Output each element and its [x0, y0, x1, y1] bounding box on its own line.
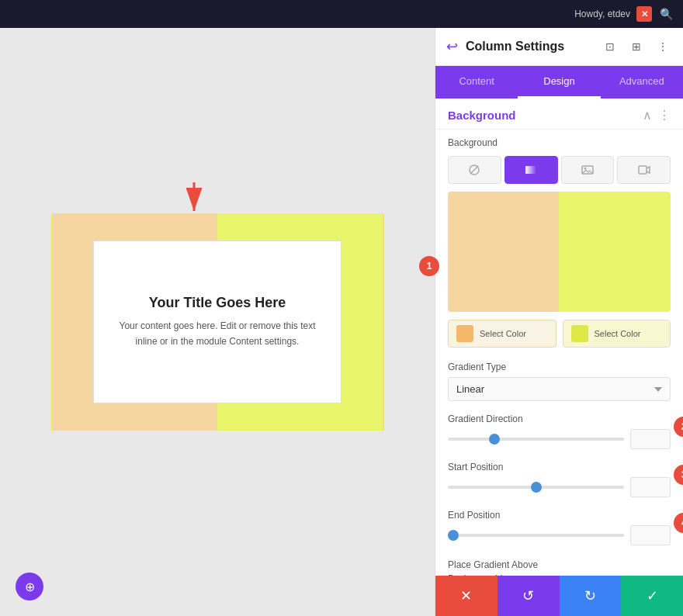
panel-body: Background ∧ ⋮ Background [435, 99, 683, 576]
gradient-type-label: Gradient Type [448, 362, 671, 372]
color2-swatch-btn[interactable]: Select Color [563, 320, 671, 348]
redo-button[interactable]: ↻ [560, 576, 622, 616]
canvas-area: Your Title Goes Here Your content goes h… [0, 28, 435, 616]
panel-tabs: Content Design Advanced [435, 66, 683, 99]
back-button[interactable]: ↩ [446, 38, 458, 55]
confirm-button[interactable]: ✓ [621, 576, 683, 616]
start-position-slider[interactable] [448, 486, 624, 489]
gradient-direction-group: Gradient Direction 90deg 2 [435, 407, 683, 455]
color1-swatch [456, 325, 473, 342]
start-position-slider-row: 50% [448, 477, 671, 497]
main-layout: Your Title Goes Here Your content goes h… [0, 28, 683, 616]
gradient-direction-label: Gradient Direction [448, 414, 671, 424]
tab-advanced[interactable]: Advanced [601, 66, 683, 99]
end-position-value[interactable]: 0% [630, 525, 671, 545]
bg-type-row [435, 153, 683, 192]
svg-line-3 [470, 166, 478, 174]
svg-rect-4 [525, 166, 536, 174]
section-menu-icon[interactable]: ⋮ [658, 108, 671, 123]
cancel-icon: ✕ [460, 587, 472, 604]
search-icon[interactable]: 🔍 [658, 6, 674, 22]
circle-action-button[interactable]: ⊕ [16, 573, 43, 600]
color1-swatch-btn[interactable]: Select Color [448, 320, 556, 348]
top-bar: Howdy, etdev ✕ 🔍 [0, 0, 683, 28]
gradient-preview-panel [448, 192, 671, 312]
color2-label: Select Color [595, 329, 641, 338]
tab-content[interactable]: Content [435, 66, 518, 99]
tab-design[interactable]: Design [518, 66, 600, 99]
callout-1: 1 [419, 256, 439, 276]
reset-icon: ↺ [522, 587, 534, 604]
callout-4: 4 [674, 513, 683, 533]
callout-2: 2 [674, 417, 683, 437]
et-icon: ✕ [636, 6, 652, 22]
gradient-type-group: Gradient Type Linear Radial [435, 355, 683, 407]
canvas-content: Your Title Goes Here Your content goes h… [50, 213, 384, 431]
confirm-icon: ✓ [647, 587, 658, 604]
gradient-direction-slider[interactable] [448, 438, 624, 441]
place-gradient-label: Place Gradient Above Background Image [435, 552, 683, 576]
color1-label: Select Color [480, 329, 526, 338]
end-position-label: End Position [448, 510, 671, 521]
redo-icon: ↻ [584, 587, 596, 604]
gradient-direction-value[interactable]: 90deg [630, 429, 671, 449]
gradient-direction-slider-row: 90deg [448, 429, 671, 449]
reset-button[interactable]: ↺ [498, 576, 560, 616]
callout-3: 3 [674, 465, 683, 485]
start-position-group: Start Position 50% 3 [435, 455, 683, 504]
cancel-button[interactable]: ✕ [435, 576, 498, 616]
section-title: Background [448, 109, 516, 122]
more-icon[interactable]: ⋮ [654, 37, 672, 56]
panel-title: Column Settings [466, 40, 593, 54]
svg-rect-7 [639, 166, 647, 174]
end-position-group: End Position 0% 4 [435, 504, 683, 552]
bg-label: Background [435, 130, 683, 153]
bg-type-gradient[interactable] [504, 156, 558, 184]
right-panel: ↩ Column Settings ⊡ ⊞ ⋮ Content Design A… [435, 28, 683, 616]
section-collapse-icon[interactable]: ∧ [643, 108, 652, 123]
canvas-content-text: Your content goes here. Edit or remove t… [109, 319, 325, 348]
bg-type-video[interactable] [617, 156, 671, 184]
canvas-title: Your Title Goes Here [149, 295, 286, 311]
panel-header: ↩ Column Settings ⊡ ⊞ ⋮ [435, 28, 683, 66]
color-row: Select Color Select Color [435, 320, 683, 355]
color2-swatch [571, 325, 588, 342]
responsive-icon[interactable]: ⊡ [601, 37, 619, 56]
svg-point-6 [584, 168, 586, 170]
bottom-toolbar: ✕ ↺ ↻ ✓ [435, 576, 683, 616]
bg-type-none[interactable] [448, 156, 501, 184]
bg-type-image[interactable] [561, 156, 615, 184]
end-position-slider-row: 0% [448, 525, 671, 545]
section-header: Background ∧ ⋮ [435, 99, 683, 130]
howdy-text: Howdy, etdev [574, 9, 630, 19]
section-controls: ∧ ⋮ [643, 108, 671, 123]
end-position-slider[interactable] [448, 534, 624, 537]
start-position-value[interactable]: 50% [630, 477, 671, 497]
layout-icon[interactable]: ⊞ [627, 37, 646, 56]
inner-content-box: Your Title Goes Here Your content goes h… [93, 241, 342, 403]
gradient-preview-box: Your Title Goes Here Your content goes h… [50, 213, 384, 431]
gradient-type-select[interactable]: Linear Radial [448, 377, 671, 401]
start-position-label: Start Position [448, 462, 671, 472]
panel-header-icons: ⊡ ⊞ ⋮ [601, 37, 672, 56]
